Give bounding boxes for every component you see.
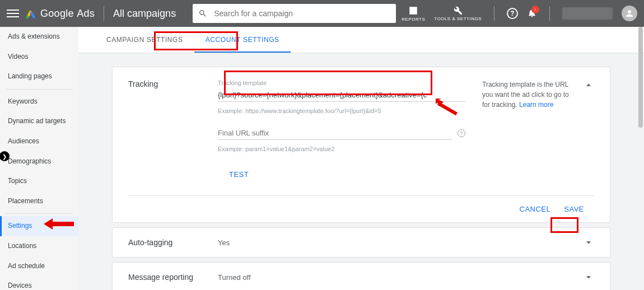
- reports-label: REPORTS: [402, 17, 425, 22]
- sidebar-divider: [6, 213, 73, 214]
- alert-badge: [531, 6, 539, 13]
- scrollbar[interactable]: [638, 27, 643, 128]
- ads-logo-icon: [25, 7, 37, 20]
- help-tooltip-icon[interactable]: ?: [458, 129, 465, 137]
- sidebar-item-settings[interactable]: Settings: [0, 216, 78, 236]
- sidebar-item-keywords[interactable]: Keywords: [0, 92, 78, 112]
- sidebar-item-ads-extensions[interactable]: Ads & extensions: [0, 27, 78, 47]
- tracking-template-input[interactable]: [218, 88, 465, 102]
- tracking-card: Tracking Tracking template Example: http…: [112, 67, 610, 223]
- menu-icon[interactable]: [7, 7, 19, 20]
- sidebar-item-ad-schedule[interactable]: Ad schedule: [0, 256, 78, 277]
- tracking-template-example: Example: https://www.trackingtemplate.fo…: [218, 107, 465, 114]
- account-label[interactable]: [562, 7, 613, 20]
- divider: [494, 6, 494, 21]
- tools-label: TOOLS & SETTINGS: [434, 17, 482, 21]
- tools-settings-button[interactable]: TOOLS & SETTINGS: [434, 6, 482, 21]
- learn-more-link[interactable]: Learn more: [519, 101, 553, 109]
- final-url-suffix-example: Example: param1=value1&param2=value2: [218, 146, 465, 152]
- message-reporting-row[interactable]: Message reporting Turned off: [112, 262, 610, 290]
- sidebar-item-devices[interactable]: Devices: [0, 276, 78, 290]
- help-icon[interactable]: ?: [507, 8, 518, 19]
- tracking-title: Tracking: [128, 79, 218, 192]
- app-header: Google Ads All campaigns REPORTS TOOLS &…: [0, 0, 644, 27]
- test-button[interactable]: TEST: [218, 165, 465, 192]
- tracking-template-label: Tracking template: [218, 79, 465, 86]
- brand-light: Ads: [77, 8, 95, 19]
- auto-tagging-row[interactable]: Auto-tagging Yes: [112, 227, 610, 258]
- svg-point-0: [26, 16, 29, 18]
- chevron-down-icon: [583, 237, 594, 248]
- reports-button[interactable]: REPORTS: [402, 6, 425, 22]
- main-content: CAMPAIGN SETTINGS ACCOUNT SETTINGS Track…: [78, 27, 644, 290]
- google-ads-logo[interactable]: Google Ads: [25, 7, 95, 20]
- sidebar-item-landing-pages[interactable]: Landing pages: [0, 67, 78, 87]
- sidebar-item-topics[interactable]: Topics: [0, 171, 78, 191]
- sidebar-item-dynamic-ad-targets[interactable]: Dynamic ad targets: [0, 111, 78, 132]
- save-button[interactable]: SAVE: [564, 205, 584, 213]
- sidebar: Ads & extensions Videos Landing pages Ke…: [0, 27, 78, 290]
- auto-tagging-value: Yes: [218, 238, 583, 247]
- auto-tagging-title: Auto-tagging: [128, 238, 218, 247]
- chevron-up-icon[interactable]: [583, 79, 594, 91]
- tracking-help-text: Tracking template is the URL you want th…: [482, 79, 577, 192]
- notifications-button[interactable]: [527, 8, 537, 20]
- tab-campaign-settings[interactable]: CAMPAIGN SETTINGS: [95, 27, 194, 53]
- search-icon: [198, 9, 207, 18]
- sidebar-item-placements[interactable]: Placements: [0, 191, 78, 212]
- search-box[interactable]: [193, 4, 396, 23]
- person-icon: [624, 8, 634, 18]
- avatar[interactable]: [622, 6, 637, 21]
- tab-account-settings[interactable]: ACCOUNT SETTINGS: [194, 27, 291, 53]
- divider: [549, 6, 550, 21]
- sidebar-item-audiences[interactable]: Audiences: [0, 132, 78, 152]
- sidebar-item-videos[interactable]: Videos: [0, 47, 78, 67]
- wrench-icon: [453, 6, 463, 16]
- cancel-button[interactable]: CANCEL: [520, 205, 551, 213]
- final-url-suffix-input[interactable]: [218, 127, 452, 140]
- settings-tabs: CAMPAIGN SETTINGS ACCOUNT SETTINGS: [78, 27, 644, 53]
- message-reporting-title: Message reporting: [128, 273, 218, 282]
- context-label[interactable]: All campaigns: [113, 8, 176, 20]
- brand-strong: Google: [40, 8, 74, 19]
- sidebar-divider: [6, 89, 73, 90]
- divider: [104, 6, 104, 21]
- sidebar-item-locations[interactable]: Locations: [0, 236, 78, 256]
- sidebar-item-demographics[interactable]: Demographics: [0, 152, 78, 172]
- message-reporting-value: Turned off: [218, 273, 583, 282]
- reports-icon: [408, 6, 418, 16]
- chevron-down-icon: [583, 272, 594, 283]
- search-input[interactable]: [213, 8, 390, 18]
